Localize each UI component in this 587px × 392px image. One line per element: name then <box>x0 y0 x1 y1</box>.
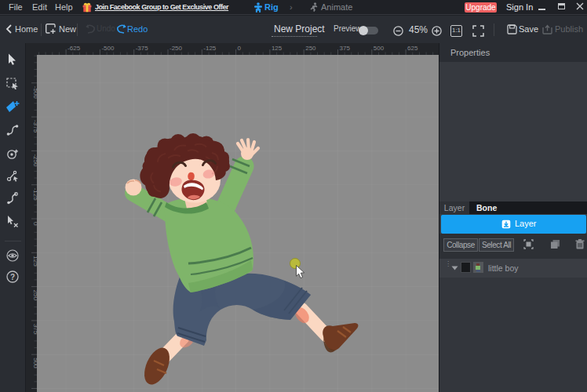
svg-text:375: 375 <box>340 45 351 52</box>
svg-text:-125: -125 <box>203 45 217 52</box>
svg-text:625: 625 <box>407 45 418 52</box>
svg-text:?: ? <box>10 273 15 281</box>
svg-text:500: 500 <box>374 45 385 52</box>
svg-text:125: 125 <box>272 45 283 52</box>
svg-text:-375: -375 <box>136 45 149 52</box>
svg-text:-625: -625 <box>67 45 81 52</box>
svg-text:250: 250 <box>305 45 316 52</box>
svg-text:-500: -500 <box>101 45 115 52</box>
svg-text:0: 0 <box>238 45 242 52</box>
svg-text:-250: -250 <box>170 45 183 52</box>
